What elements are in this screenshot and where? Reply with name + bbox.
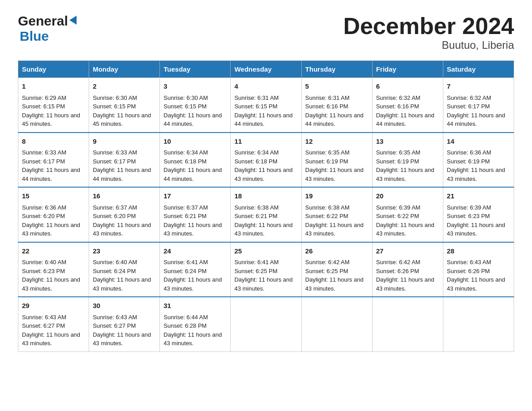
- calendar-cell: 15 Sunrise: 6:36 AM Sunset: 6:20 PM Dayl…: [18, 187, 89, 242]
- day-number: 13: [376, 137, 439, 147]
- sunset-label: Sunset: 6:16 PM: [305, 103, 348, 110]
- daylight-label: Daylight: 11 hours and 44 minutes.: [234, 112, 292, 128]
- page-subtitle: Buutuo, Liberia: [343, 39, 514, 51]
- calendar-cell: 16 Sunrise: 6:37 AM Sunset: 6:20 PM Dayl…: [89, 187, 160, 242]
- daylight-label: Daylight: 11 hours and 43 minutes.: [163, 331, 222, 347]
- logo-general-text: General: [18, 13, 68, 29]
- sunrise-label: Sunrise: 6:39 AM: [447, 204, 491, 211]
- daylight-label: Daylight: 11 hours and 43 minutes.: [305, 276, 364, 292]
- sunrise-label: Sunrise: 6:31 AM: [234, 94, 279, 101]
- daylight-label: Daylight: 11 hours and 43 minutes.: [163, 276, 222, 292]
- sunrise-label: Sunrise: 6:43 AM: [22, 314, 66, 321]
- sunset-label: Sunset: 6:27 PM: [22, 322, 65, 329]
- day-number: 23: [93, 246, 156, 257]
- day-number: 19: [305, 191, 369, 201]
- sunset-label: Sunset: 6:18 PM: [234, 158, 277, 165]
- calendar-cell: 10 Sunrise: 6:34 AM Sunset: 6:18 PM Dayl…: [160, 133, 231, 188]
- calendar-week-row: 29 Sunrise: 6:43 AM Sunset: 6:27 PM Dayl…: [18, 297, 514, 351]
- calendar-week-row: 22 Sunrise: 6:40 AM Sunset: 6:23 PM Dayl…: [18, 242, 514, 297]
- calendar-cell: 22 Sunrise: 6:40 AM Sunset: 6:23 PM Dayl…: [18, 242, 89, 297]
- day-number: 14: [447, 137, 510, 147]
- day-number: 18: [234, 191, 297, 201]
- calendar-day-header: Friday: [372, 61, 443, 78]
- sunset-label: Sunset: 6:19 PM: [447, 158, 490, 165]
- calendar-day-header: Sunday: [18, 61, 89, 78]
- sunset-label: Sunset: 6:15 PM: [93, 103, 136, 110]
- sunset-label: Sunset: 6:26 PM: [376, 268, 419, 274]
- sunrise-label: Sunrise: 6:42 AM: [376, 259, 420, 265]
- sunrise-label: Sunrise: 6:41 AM: [234, 259, 279, 265]
- day-number: 30: [93, 301, 156, 311]
- calendar-cell: [301, 297, 372, 351]
- calendar-cell: 7 Sunrise: 6:32 AM Sunset: 6:17 PM Dayli…: [443, 78, 514, 133]
- sunrise-label: Sunrise: 6:43 AM: [93, 314, 137, 321]
- sunset-label: Sunset: 6:20 PM: [22, 213, 65, 219]
- sunrise-label: Sunrise: 6:36 AM: [22, 204, 66, 211]
- sunset-label: Sunset: 6:26 PM: [447, 268, 490, 274]
- sunrise-label: Sunrise: 6:39 AM: [376, 204, 420, 211]
- calendar-cell: 14 Sunrise: 6:36 AM Sunset: 6:19 PM Dayl…: [443, 133, 514, 188]
- calendar-cell: 23 Sunrise: 6:40 AM Sunset: 6:24 PM Dayl…: [89, 242, 160, 297]
- daylight-label: Daylight: 11 hours and 43 minutes.: [376, 276, 434, 292]
- daylight-label: Daylight: 11 hours and 45 minutes.: [22, 112, 80, 128]
- day-number: 12: [305, 137, 369, 147]
- daylight-label: Daylight: 11 hours and 44 minutes.: [163, 167, 222, 182]
- sunset-label: Sunset: 6:17 PM: [22, 158, 65, 165]
- calendar-day-header: Thursday: [301, 61, 372, 78]
- sunrise-label: Sunrise: 6:37 AM: [93, 204, 137, 211]
- day-number: 25: [234, 246, 297, 257]
- sunset-label: Sunset: 6:22 PM: [305, 213, 348, 219]
- day-number: 15: [22, 191, 85, 201]
- calendar-cell: 4 Sunrise: 6:31 AM Sunset: 6:15 PM Dayli…: [231, 78, 301, 133]
- day-number: 6: [376, 81, 439, 92]
- sunset-label: Sunset: 6:17 PM: [447, 103, 490, 110]
- sunset-label: Sunset: 6:20 PM: [93, 213, 136, 219]
- page-title: December 2024: [343, 13, 514, 39]
- sunset-label: Sunset: 6:21 PM: [234, 213, 277, 219]
- day-number: 28: [447, 246, 510, 257]
- sunrise-label: Sunrise: 6:44 AM: [163, 314, 208, 321]
- day-number: 4: [234, 81, 297, 92]
- daylight-label: Daylight: 11 hours and 43 minutes.: [447, 276, 505, 292]
- calendar-cell: 18 Sunrise: 6:38 AM Sunset: 6:21 PM Dayl…: [231, 187, 301, 242]
- daylight-label: Daylight: 11 hours and 43 minutes.: [305, 222, 364, 237]
- calendar-week-row: 1 Sunrise: 6:29 AM Sunset: 6:15 PM Dayli…: [18, 78, 514, 133]
- sunrise-label: Sunrise: 6:31 AM: [305, 94, 350, 101]
- daylight-label: Daylight: 11 hours and 43 minutes.: [234, 222, 292, 237]
- daylight-label: Daylight: 11 hours and 43 minutes.: [93, 222, 151, 237]
- calendar-cell: 19 Sunrise: 6:38 AM Sunset: 6:22 PM Dayl…: [301, 187, 372, 242]
- sunset-label: Sunset: 6:23 PM: [22, 268, 65, 274]
- calendar-cell: 11 Sunrise: 6:34 AM Sunset: 6:18 PM Dayl…: [231, 133, 301, 188]
- sunrise-label: Sunrise: 6:38 AM: [234, 204, 279, 211]
- sunset-label: Sunset: 6:17 PM: [93, 158, 136, 165]
- sunrise-label: Sunrise: 6:43 AM: [447, 259, 491, 265]
- sunrise-label: Sunrise: 6:33 AM: [22, 149, 66, 156]
- daylight-label: Daylight: 11 hours and 45 minutes.: [93, 112, 151, 128]
- calendar-cell: [231, 297, 301, 351]
- calendar-week-row: 15 Sunrise: 6:36 AM Sunset: 6:20 PM Dayl…: [18, 187, 514, 242]
- daylight-label: Daylight: 11 hours and 43 minutes.: [447, 167, 505, 182]
- daylight-label: Daylight: 11 hours and 44 minutes.: [22, 167, 80, 182]
- daylight-label: Daylight: 11 hours and 44 minutes.: [305, 112, 364, 128]
- calendar-day-header: Saturday: [443, 61, 514, 78]
- day-number: 24: [163, 246, 227, 257]
- sunrise-label: Sunrise: 6:30 AM: [93, 94, 137, 101]
- logo-triangle-icon: [69, 16, 77, 25]
- sunset-label: Sunset: 6:21 PM: [163, 213, 206, 219]
- sunrise-label: Sunrise: 6:36 AM: [447, 149, 491, 156]
- daylight-label: Daylight: 11 hours and 43 minutes.: [234, 167, 292, 182]
- sunset-label: Sunset: 6:28 PM: [163, 322, 206, 329]
- calendar-cell: 5 Sunrise: 6:31 AM Sunset: 6:16 PM Dayli…: [301, 78, 372, 133]
- daylight-label: Daylight: 11 hours and 44 minutes.: [163, 112, 222, 128]
- day-number: 9: [93, 137, 156, 147]
- sunrise-label: Sunrise: 6:42 AM: [305, 259, 350, 265]
- calendar-cell: [372, 297, 443, 351]
- calendar-cell: 9 Sunrise: 6:33 AM Sunset: 6:17 PM Dayli…: [89, 133, 160, 188]
- title-area: December 2024 Buutuo, Liberia: [343, 13, 514, 51]
- sunset-label: Sunset: 6:15 PM: [163, 103, 206, 110]
- calendar-body: 1 Sunrise: 6:29 AM Sunset: 6:15 PM Dayli…: [18, 78, 514, 352]
- calendar-cell: 1 Sunrise: 6:29 AM Sunset: 6:15 PM Dayli…: [18, 78, 89, 133]
- calendar-cell: 12 Sunrise: 6:35 AM Sunset: 6:19 PM Dayl…: [301, 133, 372, 188]
- sunrise-label: Sunrise: 6:33 AM: [93, 149, 137, 156]
- day-number: 2: [93, 81, 156, 92]
